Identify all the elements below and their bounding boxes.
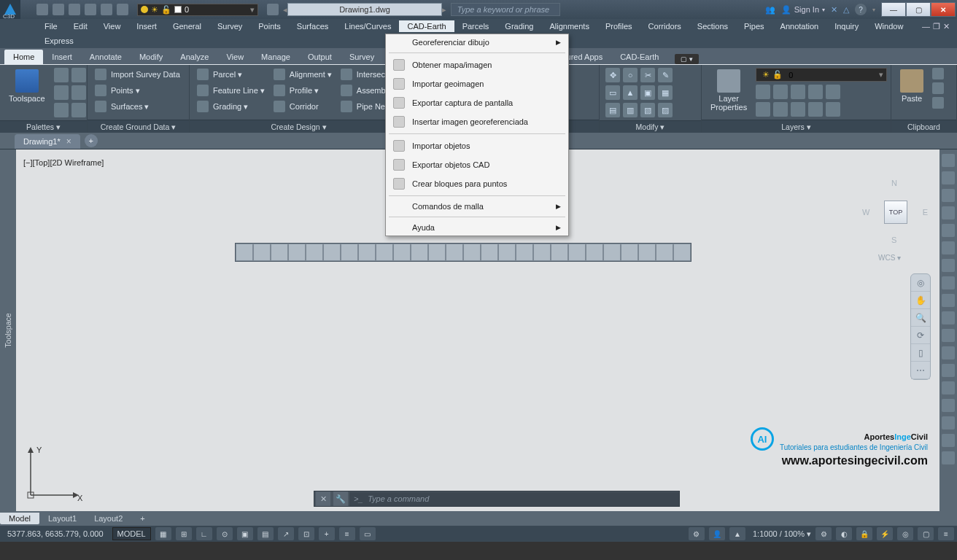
mi-comandos-malla[interactable]: Comandos de malla▶ xyxy=(386,198,568,214)
rtool-icon[interactable] xyxy=(942,154,955,167)
menu-alignments[interactable]: Alignments xyxy=(541,20,597,32)
window-minimize[interactable]: — xyxy=(881,2,906,17)
panel-label[interactable]: Clipboard xyxy=(891,120,956,133)
mi-importar-objetos[interactable]: Importar objetos xyxy=(386,136,568,155)
window-maximize[interactable]: ▢ xyxy=(906,2,931,17)
infocenter-icon[interactable]: 👥 xyxy=(765,5,775,15)
dynucs-toggle[interactable]: ⊡ xyxy=(298,527,314,540)
rtool-icon[interactable] xyxy=(942,189,955,202)
parcel-button[interactable]: Parcel ▾ xyxy=(195,68,266,81)
corridor-button[interactable]: Corridor xyxy=(272,100,333,113)
menu-file[interactable]: File xyxy=(36,20,66,32)
snap-toggle[interactable]: ⊞ xyxy=(176,527,192,540)
otrack-toggle[interactable]: ↗ xyxy=(278,527,294,540)
wcs-button[interactable]: WCS ▾ xyxy=(878,254,901,262)
palette-icon[interactable] xyxy=(71,68,86,82)
layer-quick-combo[interactable]: ☀🔓 0 ▾ xyxy=(137,4,258,16)
toolspace-button[interactable]: Toolspace xyxy=(6,68,48,104)
mi-exportar-captura[interactable]: Exportar captura de pantalla xyxy=(386,93,568,112)
menu-profiles[interactable]: Profiles xyxy=(597,20,640,32)
palette-icon[interactable] xyxy=(54,103,69,117)
palette-icon[interactable] xyxy=(71,85,86,100)
paste-button[interactable]: Paste xyxy=(897,68,926,104)
status-icon[interactable]: ⚙ xyxy=(815,527,832,540)
menu-linescurves[interactable]: Lines/Curves xyxy=(336,20,399,32)
layouttab-layout1[interactable]: Layout1 xyxy=(39,513,85,524)
close-tab-icon[interactable]: × xyxy=(66,136,71,147)
hardware-accel[interactable]: ⚡ xyxy=(877,527,893,540)
rtool-icon[interactable] xyxy=(942,171,955,184)
points-button[interactable]: Points ▾ xyxy=(93,84,182,97)
mi-obtener-mapa[interactable]: Obtener mapa/imagen xyxy=(386,55,568,74)
rtool-icon[interactable] xyxy=(942,399,955,412)
rtool-icon[interactable] xyxy=(942,416,955,429)
qat-print-icon[interactable] xyxy=(85,4,96,15)
rtool-icon[interactable] xyxy=(942,224,955,237)
copy-icon[interactable] xyxy=(932,82,944,94)
surfaces-button[interactable]: Surfaces ▾ xyxy=(93,100,182,113)
rtool-icon[interactable] xyxy=(942,451,955,464)
menu-inquiry[interactable]: Inquiry xyxy=(826,20,867,32)
menu-insert[interactable]: Insert xyxy=(128,20,165,32)
mdi-restore-icon[interactable]: ❐ xyxy=(933,22,940,31)
mi-exportar-objetos[interactable]: Exportar objetos CAD xyxy=(386,155,568,174)
ribtab-modify[interactable]: Modify xyxy=(131,50,171,64)
tpy-toggle[interactable]: ▭ xyxy=(360,527,376,540)
panel-label[interactable]: Layers ▾ xyxy=(702,120,891,133)
dyn-toggle[interactable]: + xyxy=(319,527,335,540)
featureline-button[interactable]: Feature Line ▾ xyxy=(195,84,266,97)
ortho-toggle[interactable]: ∟ xyxy=(196,527,212,540)
rtool-icon[interactable] xyxy=(942,259,955,272)
ribtab-cadearth[interactable]: CAD-Earth xyxy=(611,50,667,64)
status-icon[interactable]: ⚙ xyxy=(689,527,705,540)
cmdline-config-icon[interactable]: 🔧 xyxy=(333,491,348,506)
menu-points[interactable]: Points xyxy=(250,20,289,32)
rtool-icon[interactable] xyxy=(942,241,955,254)
customize[interactable]: ≡ xyxy=(938,527,954,540)
lwt-toggle[interactable]: ≡ xyxy=(339,527,355,540)
palette-icon[interactable] xyxy=(54,68,69,82)
layouttab-model[interactable]: Model xyxy=(0,513,39,524)
ribtab-extra-icon[interactable]: ▢ ▾ xyxy=(675,54,699,64)
menu-pipes[interactable]: Pipes xyxy=(736,20,772,32)
layer-properties-button[interactable]: Layer Properties xyxy=(708,68,750,113)
grading-button[interactable]: Grading ▾ xyxy=(195,100,266,113)
menu-parcels[interactable]: Parcels xyxy=(454,20,497,32)
ribtab-home[interactable]: Home xyxy=(4,50,43,64)
a360-icon[interactable]: △ xyxy=(843,5,849,15)
search-input[interactable]: Type a keyword or phrase xyxy=(451,3,560,16)
rtool-icon[interactable] xyxy=(942,276,955,289)
menu-corridors[interactable]: Corridors xyxy=(640,20,689,32)
3dosnap-toggle[interactable]: ▤ xyxy=(257,527,274,540)
rtool-icon[interactable] xyxy=(942,381,955,394)
menu-express[interactable]: Express xyxy=(36,35,82,47)
clean-screen[interactable]: ▢ xyxy=(918,527,934,540)
layouttab-layout2[interactable]: Layout2 xyxy=(85,513,131,524)
matchprop-icon[interactable] xyxy=(932,97,944,109)
rtool-icon[interactable] xyxy=(942,364,955,377)
status-icon[interactable]: 🔒 xyxy=(856,527,872,540)
layouttab-add[interactable]: + xyxy=(131,513,153,524)
rtool-icon[interactable] xyxy=(942,346,955,359)
mi-ayuda[interactable]: Ayuda▶ xyxy=(386,219,568,236)
ribtab-view[interactable]: View xyxy=(217,50,252,64)
mi-importar-geoimagen[interactable]: Importar geoimagen xyxy=(386,74,568,93)
rtool-icon[interactable] xyxy=(942,294,955,307)
viewport-controls[interactable]: [−][Top][2D Wireframe] xyxy=(23,158,104,167)
qat-redo-icon[interactable] xyxy=(117,4,128,15)
status-icon[interactable]: 👤 xyxy=(709,527,725,540)
cadearth-toolbar[interactable] xyxy=(235,243,691,262)
view-cube[interactable]: NSWE TOP WCS ▾ xyxy=(862,179,928,244)
polar-toggle[interactable]: ⊙ xyxy=(217,527,233,540)
mdi-close-icon[interactable]: ✕ xyxy=(943,22,950,31)
menu-sections[interactable]: Sections xyxy=(689,20,736,32)
navigation-bar[interactable]: ◎✋🔍⟳▯⋯ xyxy=(910,273,931,380)
command-line[interactable]: ✕ 🔧 >_ Type a command xyxy=(314,491,680,507)
rtool-icon[interactable] xyxy=(942,329,955,342)
help-icon[interactable]: ? xyxy=(855,4,867,15)
workspace-switch[interactable]: ◐ xyxy=(836,527,852,540)
mi-insertar-imagen[interactable]: Insertar imagen georeferenciada xyxy=(386,112,568,131)
panel-label[interactable]: Create Ground Data ▾ xyxy=(88,120,189,133)
ribtab-insert[interactable]: Insert xyxy=(43,50,81,64)
menu-grading[interactable]: Grading xyxy=(497,20,541,32)
